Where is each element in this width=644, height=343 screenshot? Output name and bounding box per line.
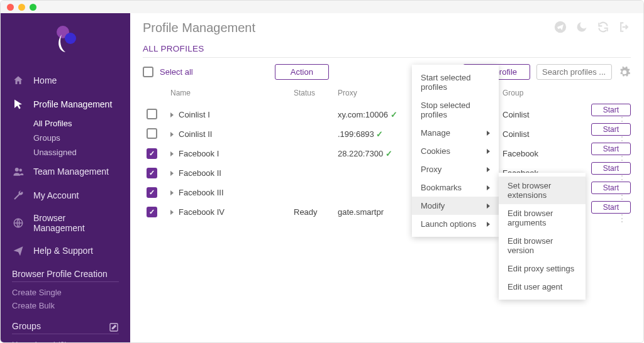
chevron-right-icon xyxy=(487,149,490,154)
window-titlebar xyxy=(1,1,643,13)
menu-cookies[interactable]: Cookies xyxy=(412,142,499,160)
col-name: Name xyxy=(170,89,294,97)
sidebar-item-label: Help & Support xyxy=(33,246,93,256)
expand-icon[interactable] xyxy=(170,210,174,215)
expand-icon[interactable] xyxy=(170,190,174,195)
start-button[interactable]: Start xyxy=(591,201,631,214)
sidebar-item-browser-management[interactable]: Browser Management xyxy=(1,207,130,239)
expand-icon[interactable] xyxy=(170,112,174,117)
moon-icon[interactable] xyxy=(575,21,588,33)
edit-icon[interactable] xyxy=(109,322,119,332)
menu-modify[interactable]: Modify xyxy=(412,197,499,215)
search-input[interactable] xyxy=(536,64,612,80)
sidebar-link-create-bulk[interactable]: Create Bulk xyxy=(12,299,119,312)
row-checkbox[interactable] xyxy=(147,207,157,217)
select-all-label[interactable]: Select all xyxy=(160,67,193,77)
profile-status: Ready xyxy=(294,207,338,217)
menu-start-selected[interactable]: Start selected profiles xyxy=(412,68,499,96)
more-icon[interactable]: ⋮ xyxy=(613,213,631,224)
table-row: Coinlist Ixy.com:10006 ✓UnknownCoinlistS… xyxy=(143,105,631,124)
sidebar-item-label: Profile Management xyxy=(33,99,112,109)
app-logo xyxy=(1,17,130,68)
submenu-edit-user-agent[interactable]: Edit user agent xyxy=(499,278,586,296)
menu-stop-selected[interactable]: Stop selected profiles xyxy=(412,96,499,124)
menu-proxy[interactable]: Proxy xyxy=(412,160,499,178)
sidebar-item-label: Browser Management xyxy=(33,213,119,233)
sidebar-item-label: My Account xyxy=(33,190,79,200)
submenu-set-extensions[interactable]: Set browser extensions xyxy=(499,177,586,204)
home-icon xyxy=(12,74,25,87)
menu-manage[interactable]: Manage xyxy=(412,124,499,142)
main-content: Profile Management ALL PROFILES Select a… xyxy=(130,13,643,342)
start-button[interactable]: Start xyxy=(591,182,631,194)
row-checkbox[interactable] xyxy=(147,148,157,159)
logout-icon[interactable] xyxy=(618,21,631,33)
sidebar: Home Profile Management All Profiles Gro… xyxy=(1,13,130,342)
start-button[interactable]: Start xyxy=(591,143,631,155)
start-button[interactable]: Start xyxy=(591,104,631,116)
check-icon: ✓ xyxy=(386,149,392,158)
sidebar-item-home[interactable]: Home xyxy=(1,68,130,92)
gear-icon[interactable] xyxy=(618,66,631,79)
submenu-edit-arguments[interactable]: Edit browser arguments xyxy=(499,204,586,232)
window-maximize-icon[interactable] xyxy=(30,4,36,11)
sidebar-item-profile-management[interactable]: Profile Management xyxy=(1,92,130,116)
expand-icon[interactable] xyxy=(170,151,174,156)
modify-submenu: Set browser extensions Edit browser argu… xyxy=(499,173,586,300)
start-button[interactable]: Start xyxy=(591,123,631,136)
profile-name: Coinlist I xyxy=(179,110,210,119)
select-all-checkbox[interactable] xyxy=(143,67,153,77)
col-group: Group xyxy=(502,89,584,97)
toolbar: Select all Action New profile xyxy=(143,63,631,84)
expand-icon[interactable] xyxy=(170,171,174,176)
sidebar-item-team-management[interactable]: Team Management xyxy=(1,160,130,183)
submenu-edit-proxy[interactable]: Edit proxy settings xyxy=(499,259,586,278)
row-checkbox[interactable] xyxy=(147,128,157,139)
table-row: Facebook I28.220:7300 ✓UnknownFacebookSt… xyxy=(143,144,631,163)
svg-point-2 xyxy=(15,168,19,172)
sidebar-item-help[interactable]: Help & Support xyxy=(1,239,130,263)
menu-launch-options[interactable]: Launch options xyxy=(412,215,499,233)
sidebar-sub-groups[interactable]: Groups xyxy=(33,131,130,145)
row-checkbox[interactable] xyxy=(147,109,157,119)
table-row: Coinlist II.199:6893 ✓UnknownCoinlistSta… xyxy=(143,124,631,144)
action-button[interactable]: Action xyxy=(275,64,329,80)
profile-name: Coinlist II xyxy=(179,129,212,139)
start-button[interactable]: Start xyxy=(591,162,631,175)
telegram-icon[interactable] xyxy=(554,21,567,33)
profile-name: Facebook II xyxy=(179,168,221,178)
chevron-right-icon xyxy=(487,185,490,190)
svg-point-1 xyxy=(65,33,76,44)
send-icon xyxy=(12,244,25,257)
sidebar-section-groups: Groups xyxy=(12,321,41,334)
row-checkbox[interactable] xyxy=(147,187,157,198)
tab-all-profiles: ALL PROFILES xyxy=(143,44,631,58)
svg-point-3 xyxy=(19,169,23,172)
sidebar-group-unassigned[interactable]: Unassigned (0) xyxy=(12,338,119,342)
globe-icon xyxy=(12,217,25,229)
check-icon: ✓ xyxy=(391,110,397,119)
sidebar-item-label: Home xyxy=(33,75,57,85)
sidebar-item-my-account[interactable]: My Account xyxy=(1,183,130,207)
row-checkbox[interactable] xyxy=(147,168,157,178)
menu-bookmarks[interactable]: Bookmarks xyxy=(412,178,499,197)
chevron-right-icon xyxy=(487,131,490,136)
sidebar-link-create-single[interactable]: Create Single xyxy=(12,286,119,299)
sidebar-sub-all-profiles[interactable]: All Profiles xyxy=(33,116,130,131)
cursor-icon xyxy=(12,98,25,111)
profile-name: Facebook III xyxy=(179,188,224,197)
submenu-edit-version[interactable]: Edit browser version xyxy=(499,232,586,259)
check-icon: ✓ xyxy=(376,129,383,139)
window-close-icon[interactable] xyxy=(7,4,14,11)
profile-group: Facebook xyxy=(502,149,584,158)
window-minimize-icon[interactable] xyxy=(18,4,25,11)
action-dropdown: Start selected profiles Stop selected pr… xyxy=(412,65,499,237)
wrench-icon xyxy=(12,189,25,202)
sidebar-section-profile-creation: Browser Profile Creation xyxy=(12,269,119,281)
chevron-right-icon xyxy=(487,204,490,209)
profile-group: Coinlist xyxy=(502,129,584,139)
sidebar-sub-unassigned[interactable]: Unassigned xyxy=(33,145,130,160)
refresh-icon[interactable] xyxy=(597,21,609,33)
profile-name: Facebook I xyxy=(179,149,219,158)
expand-icon[interactable] xyxy=(170,132,174,137)
